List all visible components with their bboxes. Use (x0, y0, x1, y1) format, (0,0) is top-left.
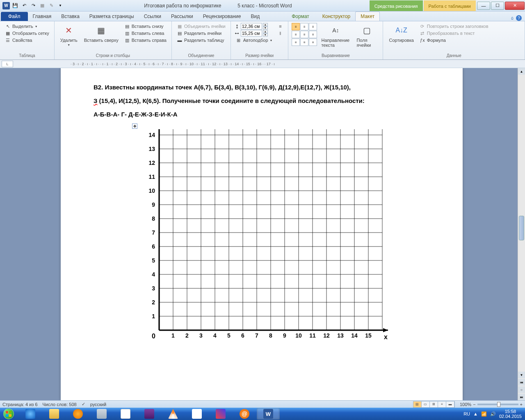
draft-view[interactable]: ▬ (446, 402, 454, 407)
taskbar-app[interactable] (185, 408, 208, 420)
undo-icon[interactable]: ↶ (21, 2, 28, 9)
distribute-rows-button[interactable]: ≡ (276, 23, 285, 30)
page-indicator[interactable]: Страница: 4 из 6 (2, 402, 38, 407)
tab-insert[interactable]: Вставка (56, 12, 84, 21)
taskbar-app[interactable] (66, 408, 89, 420)
tab-page-layout[interactable]: Разметка страницы (84, 12, 139, 21)
delete-button[interactable]: ✕ Удалить▼ (58, 23, 80, 47)
text-direction-button[interactable]: A↕ Направление текста (319, 23, 352, 48)
row-height-input[interactable]: ↕▲▼ (234, 23, 274, 30)
taskbar-vlc[interactable] (162, 408, 185, 420)
tray-language[interactable]: RU (463, 411, 470, 416)
autofit-button[interactable]: ⊞Автоподбор ▼ (234, 37, 274, 43)
align-bc[interactable]: ≡ (300, 39, 308, 46)
next-page-button[interactable]: ⏭ (518, 394, 525, 400)
web-view[interactable]: ⊞ (430, 402, 438, 407)
show-gridlines-button[interactable]: ▦Отобразить сетку (3, 30, 51, 37)
insert-below-button[interactable]: ▤Вставить снизу (123, 23, 168, 30)
tray-network-icon[interactable]: 📶 (481, 411, 487, 417)
scroll-down-button[interactable]: ▼ (518, 372, 525, 378)
taskbar-app[interactable] (114, 408, 137, 420)
save-icon[interactable]: 💾 (11, 2, 19, 9)
taskbar-word[interactable]: W (257, 408, 280, 420)
tab-view[interactable]: Вид (246, 12, 265, 21)
qat-icon[interactable]: ✎ (48, 2, 55, 9)
print-layout-view[interactable]: ▤ (413, 402, 422, 407)
zoom-slider[interactable] (477, 404, 518, 405)
align-mr[interactable]: ≡ (309, 31, 317, 38)
properties-button[interactable]: ☰Свойства (3, 37, 51, 43)
word-count[interactable]: Число слов: 508 (43, 402, 77, 407)
align-mc[interactable]: ≡ (300, 31, 308, 38)
cell-margins-button[interactable]: ▢ Поля ячейки (354, 23, 379, 48)
browse-object-button[interactable]: ○ (518, 386, 525, 393)
align-tr[interactable]: ≡ (309, 23, 317, 30)
file-tab[interactable]: Файл (1, 12, 28, 21)
close-button[interactable]: ✕ (505, 2, 525, 10)
zoom-out-button[interactable]: − (473, 402, 475, 407)
help-icon[interactable]: ? (516, 15, 522, 21)
tab-constructor[interactable]: Конструктор (317, 12, 355, 21)
insert-right-button[interactable]: ▥Вставить справа (123, 37, 168, 43)
tab-references[interactable]: Ссылки (139, 12, 166, 21)
svg-text:4: 4 (213, 332, 217, 339)
redo-icon[interactable]: ↷ (30, 2, 37, 9)
autofit-icon: ⊞ (236, 37, 242, 43)
tray-volume-icon[interactable]: 🔊 (490, 411, 496, 417)
tab-mailings[interactable]: Рассылки (166, 12, 198, 21)
svg-rect-72 (9, 411, 11, 413)
minimize-button[interactable]: — (477, 2, 490, 10)
distribute-cols-button[interactable]: ⦀ (276, 30, 285, 37)
insert-above-button[interactable]: ▦ Вставить сверху (82, 23, 121, 43)
start-button[interactable] (0, 408, 17, 420)
coordinate-grid[interactable]: 1234567891011121314151234567891011121314… (139, 129, 389, 347)
scroll-thumb[interactable] (519, 216, 524, 240)
tab-review[interactable]: Рецензирование (198, 12, 246, 21)
col-width-input[interactable]: ↔▲▼ (234, 30, 274, 37)
task-items: @ W (17, 408, 280, 420)
reading-view[interactable]: ▭ (422, 402, 430, 407)
language-indicator[interactable]: русский (90, 402, 106, 407)
split-table-button[interactable]: ▬Разделить таблицу (175, 37, 227, 43)
sort-button[interactable]: A↓Z Сортировка (386, 23, 416, 43)
split-cells-button[interactable]: ▤Разделить ячейки (175, 30, 227, 37)
align-tc[interactable]: ≡ (300, 23, 308, 30)
zoom-control: 100% − + (460, 402, 523, 407)
outline-view[interactable]: ≡ (438, 402, 446, 407)
select-button[interactable]: ↖Выделить ▼ (3, 23, 51, 30)
taskbar-app[interactable]: @ (233, 408, 256, 420)
zoom-level[interactable]: 100% (460, 402, 471, 407)
prev-page-button[interactable]: ⏮ (518, 379, 525, 386)
taskbar-app[interactable] (90, 408, 113, 420)
tab-selector[interactable]: L (2, 61, 13, 67)
qat-icon[interactable]: ▦ (39, 2, 46, 9)
horizontal-ruler[interactable]: · 3 · ı · 2 · ı · 1 · ı · · ı · 1 · ı · … (15, 62, 525, 66)
word-app-icon[interactable]: W (2, 2, 10, 9)
taskbar-app[interactable] (138, 408, 161, 420)
taskbar-app[interactable] (209, 408, 232, 420)
qat-dropdown-icon[interactable]: ▼ (57, 2, 64, 9)
document-page[interactable]: В2. Известны координаты точек А(6,7), Б(… (61, 68, 463, 400)
taskbar-ie[interactable] (19, 408, 42, 420)
formula-button[interactable]: ƒxФормула (418, 37, 490, 43)
ribbon-tabs: Файл Главная Вставка Разметка страницы С… (0, 11, 525, 21)
tab-format[interactable]: Формат (287, 12, 314, 21)
vertical-scrollbar[interactable]: ▲ ▼ ⏮ ○ ⏭ (518, 68, 525, 400)
maximize-button[interactable]: ☐ (491, 2, 504, 10)
insert-left-button[interactable]: ▥Вставить слева (123, 30, 168, 37)
align-ml[interactable]: ≡ (292, 31, 300, 38)
align-bl[interactable]: ≡ (292, 39, 300, 46)
align-br[interactable]: ≡ (309, 39, 317, 46)
tab-layout-table[interactable]: Макет (355, 11, 380, 21)
tray-flag-icon[interactable]: ▲ (473, 411, 478, 416)
align-tl[interactable]: ≡ (292, 23, 300, 30)
scroll-up-button[interactable]: ▲ (518, 68, 525, 75)
table-move-handle[interactable]: ✥ (132, 123, 137, 129)
tray-clock[interactable]: 15:58 02.04.2015 (499, 409, 522, 419)
zoom-in-button[interactable]: + (520, 402, 523, 407)
minimize-ribbon-icon[interactable]: ۵ (511, 16, 514, 21)
taskbar-explorer[interactable] (43, 408, 66, 420)
svg-text:0: 0 (152, 333, 155, 340)
spell-check-icon[interactable]: ✓ (82, 402, 85, 407)
tab-home[interactable]: Главная (28, 12, 57, 21)
